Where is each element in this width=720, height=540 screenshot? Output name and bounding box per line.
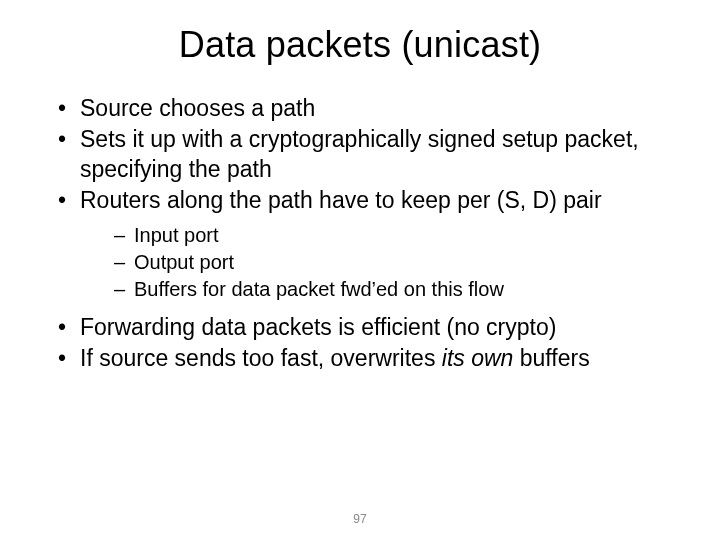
sub-bullet-item: Buffers for data packet fwd’ed on this f… [114, 276, 672, 303]
bullet-item: If source sends too fast, overwrites its… [58, 344, 672, 373]
bullet-text-emphasis: its own [442, 345, 514, 371]
bullet-item: Source chooses a path [58, 94, 672, 123]
bullet-item: Routers along the path have to keep per … [58, 186, 672, 302]
bullet-item: Forwarding data packets is efficient (no… [58, 313, 672, 342]
bullet-text: Routers along the path have to keep per … [80, 187, 602, 213]
bullet-text-part: buffers [513, 345, 589, 371]
sub-bullet-list: Input port Output port Buffers for data … [80, 222, 672, 303]
sub-bullet-item: Output port [114, 249, 672, 276]
bullet-text-part: If source sends too fast, overwrites [80, 345, 442, 371]
page-number: 97 [0, 512, 720, 526]
sub-bullet-item: Input port [114, 222, 672, 249]
bullet-list: Source chooses a path Sets it up with a … [48, 94, 672, 374]
bullet-item: Sets it up with a cryptographically sign… [58, 125, 672, 184]
slide: Data packets (unicast) Source chooses a … [0, 0, 720, 540]
slide-title: Data packets (unicast) [48, 24, 672, 66]
